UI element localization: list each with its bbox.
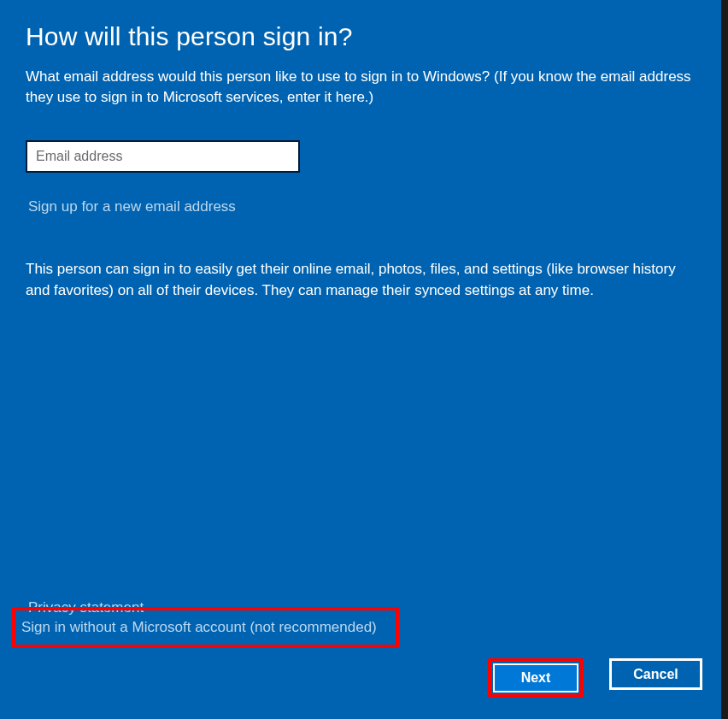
dialog-content: How will this person sign in? What email… (0, 0, 728, 302)
sign-in-without-account-link[interactable]: Sign in without a Microsoft account (not… (21, 619, 377, 635)
next-button-highlight: Next (488, 658, 584, 698)
sync-description: This person can sign in to easily get th… (26, 258, 701, 302)
signup-new-email-link[interactable]: Sign up for a new email address (26, 198, 236, 215)
dialog-button-row: Next Cancel (488, 658, 702, 698)
next-button[interactable]: Next (493, 663, 578, 692)
scrollbar-track[interactable] (721, 0, 728, 719)
cancel-button[interactable]: Cancel (609, 658, 702, 690)
dialog-subtext: What email address would this person lik… (26, 67, 692, 108)
email-field[interactable] (26, 140, 300, 173)
no-account-highlight: Sign in without a Microsoft account (not… (12, 607, 399, 648)
dialog-heading: How will this person sign in? (26, 22, 702, 51)
